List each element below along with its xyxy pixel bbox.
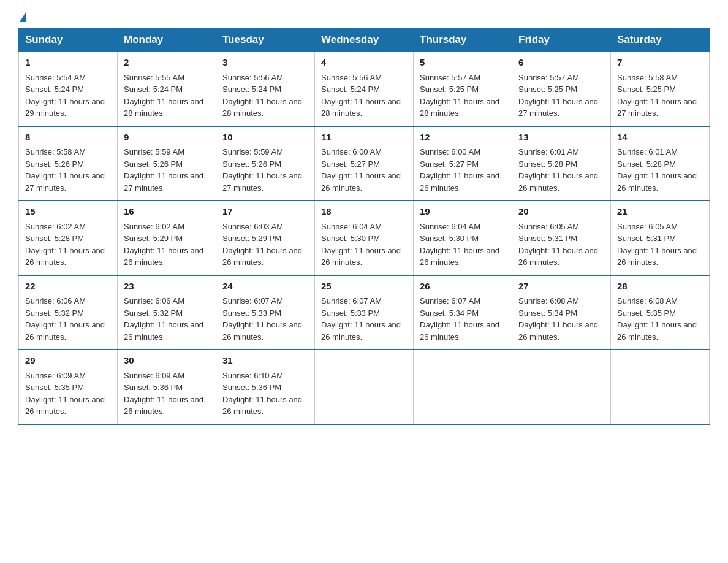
sunset-text: Sunset: 5:28 PM xyxy=(617,158,703,170)
sunset-text: Sunset: 5:32 PM xyxy=(25,307,111,320)
calendar-cell: 12Sunrise: 6:00 AMSunset: 5:27 PMDayligh… xyxy=(414,126,512,201)
daylight-text: Daylight: 11 hours and 27 minutes. xyxy=(124,170,210,194)
calendar-cell: 24Sunrise: 6:07 AMSunset: 5:33 PMDayligh… xyxy=(216,275,315,350)
sunset-text: Sunset: 5:36 PM xyxy=(222,381,308,394)
daylight-text: Daylight: 11 hours and 26 minutes. xyxy=(124,245,210,269)
day-number: 10 xyxy=(222,131,308,145)
calendar-cell: 15Sunrise: 6:02 AMSunset: 5:28 PMDayligh… xyxy=(19,201,118,275)
calendar-week-row: 8Sunrise: 5:58 AMSunset: 5:26 PMDaylight… xyxy=(19,126,710,201)
sunset-text: Sunset: 5:34 PM xyxy=(518,307,604,320)
sunset-text: Sunset: 5:31 PM xyxy=(518,232,604,245)
day-number: 18 xyxy=(321,205,407,219)
calendar-cell: 1Sunrise: 5:54 AMSunset: 5:24 PMDaylight… xyxy=(19,52,118,126)
daylight-text: Daylight: 11 hours and 26 minutes. xyxy=(617,319,703,343)
calendar-cell: 10Sunrise: 5:59 AMSunset: 5:26 PMDayligh… xyxy=(216,126,315,201)
sunrise-text: Sunrise: 6:04 AM xyxy=(321,221,407,233)
calendar-cell: 20Sunrise: 6:05 AMSunset: 5:31 PMDayligh… xyxy=(512,201,611,275)
calendar-week-row: 22Sunrise: 6:06 AMSunset: 5:32 PMDayligh… xyxy=(19,275,710,350)
calendar-week-row: 1Sunrise: 5:54 AMSunset: 5:24 PMDaylight… xyxy=(19,52,710,126)
sunset-text: Sunset: 5:24 PM xyxy=(124,83,210,96)
calendar-cell: 7Sunrise: 5:58 AMSunset: 5:25 PMDaylight… xyxy=(611,52,710,126)
header-sunday: Sunday xyxy=(19,29,118,52)
header-wednesday: Wednesday xyxy=(315,29,414,52)
sunrise-text: Sunrise: 6:04 AM xyxy=(420,221,506,233)
sunset-text: Sunset: 5:29 PM xyxy=(124,232,210,245)
day-number: 16 xyxy=(124,205,210,219)
sunrise-text: Sunrise: 6:02 AM xyxy=(124,221,210,233)
daylight-text: Daylight: 11 hours and 26 minutes. xyxy=(617,170,703,194)
daylight-text: Daylight: 11 hours and 28 minutes. xyxy=(124,96,210,120)
sunset-text: Sunset: 5:32 PM xyxy=(124,307,210,320)
header-tuesday: Tuesday xyxy=(216,29,315,52)
daylight-text: Daylight: 11 hours and 26 minutes. xyxy=(321,319,407,343)
daylight-text: Daylight: 11 hours and 26 minutes. xyxy=(222,245,308,269)
calendar-cell: 26Sunrise: 6:07 AMSunset: 5:34 PMDayligh… xyxy=(414,275,512,350)
logo-triangle-icon xyxy=(20,12,26,22)
sunset-text: Sunset: 5:25 PM xyxy=(420,83,506,96)
day-number: 4 xyxy=(321,56,407,70)
daylight-text: Daylight: 11 hours and 29 minutes. xyxy=(25,96,111,120)
calendar-cell: 25Sunrise: 6:07 AMSunset: 5:33 PMDayligh… xyxy=(315,275,414,350)
calendar-cell: 23Sunrise: 6:06 AMSunset: 5:32 PMDayligh… xyxy=(118,275,216,350)
sunset-text: Sunset: 5:31 PM xyxy=(617,232,703,245)
calendar-cell: 18Sunrise: 6:04 AMSunset: 5:30 PMDayligh… xyxy=(315,201,414,275)
daylight-text: Daylight: 11 hours and 26 minutes. xyxy=(321,245,407,269)
sunset-text: Sunset: 5:29 PM xyxy=(222,232,308,245)
day-number: 21 xyxy=(617,205,703,219)
sunrise-text: Sunrise: 6:02 AM xyxy=(25,221,111,233)
sunrise-text: Sunrise: 5:56 AM xyxy=(222,72,308,84)
calendar-cell: 11Sunrise: 6:00 AMSunset: 5:27 PMDayligh… xyxy=(315,126,414,201)
header-thursday: Thursday xyxy=(414,29,512,52)
sunrise-text: Sunrise: 5:59 AM xyxy=(124,146,210,158)
calendar-cell: 17Sunrise: 6:03 AMSunset: 5:29 PMDayligh… xyxy=(216,201,315,275)
daylight-text: Daylight: 11 hours and 26 minutes. xyxy=(222,394,308,418)
daylight-text: Daylight: 11 hours and 26 minutes. xyxy=(124,319,210,343)
calendar-cell xyxy=(414,350,512,424)
sunrise-text: Sunrise: 6:08 AM xyxy=(518,295,604,307)
day-number: 31 xyxy=(222,354,308,368)
sunset-text: Sunset: 5:24 PM xyxy=(25,83,111,96)
daylight-text: Daylight: 11 hours and 26 minutes. xyxy=(420,319,506,343)
sunset-text: Sunset: 5:24 PM xyxy=(222,83,308,96)
calendar-header-row: SundayMondayTuesdayWednesdayThursdayFrid… xyxy=(19,29,710,52)
day-number: 1 xyxy=(25,56,111,70)
sunset-text: Sunset: 5:25 PM xyxy=(617,83,703,96)
day-number: 30 xyxy=(124,354,210,368)
day-number: 26 xyxy=(420,280,506,294)
sunrise-text: Sunrise: 6:10 AM xyxy=(222,370,308,382)
daylight-text: Daylight: 11 hours and 26 minutes. xyxy=(124,394,210,418)
daylight-text: Daylight: 11 hours and 27 minutes. xyxy=(222,170,308,194)
calendar-cell: 6Sunrise: 5:57 AMSunset: 5:25 PMDaylight… xyxy=(512,52,611,126)
sunrise-text: Sunrise: 6:01 AM xyxy=(518,146,604,158)
calendar-cell: 21Sunrise: 6:05 AMSunset: 5:31 PMDayligh… xyxy=(611,201,710,275)
calendar-cell xyxy=(512,350,611,424)
daylight-text: Daylight: 11 hours and 26 minutes. xyxy=(222,319,308,343)
calendar-cell: 8Sunrise: 5:58 AMSunset: 5:26 PMDaylight… xyxy=(19,126,118,201)
sunset-text: Sunset: 5:27 PM xyxy=(420,158,506,170)
sunset-text: Sunset: 5:30 PM xyxy=(420,232,506,245)
day-number: 6 xyxy=(518,56,604,70)
sunrise-text: Sunrise: 6:08 AM xyxy=(617,295,703,307)
calendar-cell xyxy=(611,350,710,424)
sunrise-text: Sunrise: 6:05 AM xyxy=(518,221,604,233)
sunset-text: Sunset: 5:25 PM xyxy=(518,83,604,96)
sunset-text: Sunset: 5:26 PM xyxy=(222,158,308,170)
daylight-text: Daylight: 11 hours and 28 minutes. xyxy=(321,96,407,120)
sunset-text: Sunset: 5:34 PM xyxy=(420,307,506,320)
header-monday: Monday xyxy=(118,29,216,52)
calendar-table: SundayMondayTuesdayWednesdayThursdayFrid… xyxy=(18,28,710,425)
sunset-text: Sunset: 5:26 PM xyxy=(25,158,111,170)
sunrise-text: Sunrise: 5:57 AM xyxy=(518,72,604,84)
calendar-cell: 28Sunrise: 6:08 AMSunset: 5:35 PMDayligh… xyxy=(611,275,710,350)
sunrise-text: Sunrise: 5:54 AM xyxy=(25,72,111,84)
sunrise-text: Sunrise: 6:07 AM xyxy=(420,295,506,307)
daylight-text: Daylight: 11 hours and 27 minutes. xyxy=(518,96,604,120)
calendar-cell: 2Sunrise: 5:55 AMSunset: 5:24 PMDaylight… xyxy=(118,52,216,126)
sunrise-text: Sunrise: 6:07 AM xyxy=(321,295,407,307)
calendar-cell: 14Sunrise: 6:01 AMSunset: 5:28 PMDayligh… xyxy=(611,126,710,201)
calendar-week-row: 15Sunrise: 6:02 AMSunset: 5:28 PMDayligh… xyxy=(19,201,710,275)
sunrise-text: Sunrise: 6:01 AM xyxy=(617,146,703,158)
day-number: 19 xyxy=(420,205,506,219)
day-number: 7 xyxy=(617,56,703,70)
sunset-text: Sunset: 5:26 PM xyxy=(124,158,210,170)
